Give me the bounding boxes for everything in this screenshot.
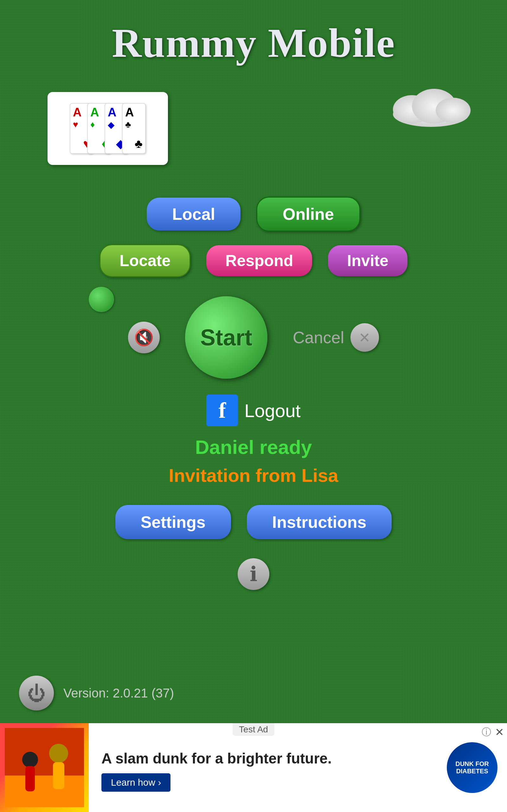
online-button[interactable]: Online [257, 197, 360, 232]
cancel-area: Cancel ✕ [293, 323, 379, 352]
mute-button[interactable]: 🔇 [128, 322, 160, 353]
card-4-suit-center: ♣ [135, 137, 143, 151]
ad-logo-text: DUNK FOR DIABETES [447, 757, 498, 778]
cards-display: A ♥ ♥ A ♦ ♦ A ◆ ◆ A ♣ ♣ [48, 92, 168, 165]
cancel-label: Cancel [293, 328, 344, 347]
svg-rect-9 [53, 762, 64, 789]
power-button[interactable]: ⏻ [19, 676, 54, 711]
respond-button[interactable]: Respond [206, 245, 312, 276]
card-1-letter: A [73, 106, 81, 118]
cancel-button[interactable]: ✕ [350, 323, 379, 352]
ad-learn-more-button[interactable]: Learn how › [101, 773, 170, 792]
facebook-icon: f [206, 395, 238, 426]
ad-content: A slam dunk for a brighter future. Learn… [89, 737, 437, 798]
bottom-area: ⏻ Version: 2.0.21 (37) [19, 676, 174, 711]
svg-rect-7 [25, 766, 35, 792]
locate-button[interactable]: Locate [100, 244, 190, 277]
info-button-area: ℹ [0, 558, 507, 590]
cloud-svg [387, 86, 475, 127]
svg-point-6 [22, 752, 38, 768]
primary-mode-row: Local Online [147, 197, 360, 232]
version-text: Version: 2.0.21 (37) [63, 686, 174, 700]
cards-area: A ♥ ♥ A ♦ ♦ A ◆ ◆ A ♣ ♣ [0, 92, 507, 165]
card-4-letter: A [125, 106, 134, 118]
card-2-suit: ♦ [90, 119, 95, 130]
card-4: A ♣ ♣ [122, 103, 146, 154]
invitation-status: Invitation from Lisa [0, 465, 507, 486]
card-3-suit: ◆ [108, 119, 115, 130]
svg-point-3 [436, 98, 470, 123]
mute-icon: 🔇 [134, 328, 154, 347]
ad-title: A slam dunk for a brighter future. [101, 750, 425, 767]
ad-close-button[interactable]: ✕ [495, 726, 504, 739]
power-icon: ⏻ [27, 682, 46, 704]
ad-logo-area: DUNK FOR DIABETES [437, 736, 507, 799]
svg-point-8 [49, 744, 68, 763]
card-2-letter: A [90, 106, 99, 118]
start-button[interactable]: Start [185, 296, 268, 379]
info-icon: ℹ [250, 562, 257, 586]
svg-rect-5 [5, 775, 84, 807]
ad-photo-svg [5, 728, 84, 807]
card-4-suit: ♣ [125, 119, 131, 130]
settings-button[interactable]: Settings [115, 505, 231, 539]
ad-test-label: Test Ad [233, 723, 274, 736]
cloud-decoration [387, 86, 475, 128]
status-area: Daniel ready Invitation from Lisa [0, 436, 507, 486]
ad-image [0, 723, 89, 812]
instructions-button[interactable]: Instructions [247, 505, 392, 539]
bottom-buttons-row: Settings Instructions [0, 505, 507, 539]
logout-button[interactable]: Logout [244, 400, 300, 421]
fb-logout-area: f Logout [0, 395, 507, 426]
ad-logo: DUNK FOR DIABETES [447, 742, 498, 793]
game-mode-section: Local Online Locate Respond Invite [0, 197, 507, 277]
secondary-mode-row: Locate Respond Invite [100, 244, 407, 277]
app-title: Rummy Mobile [0, 0, 507, 67]
daniel-ready-status: Daniel ready [0, 436, 507, 458]
ad-banner: Test Ad ⓘ ✕ A slam dunk for a brighter f… [0, 723, 507, 812]
invite-button[interactable]: Invite [328, 245, 407, 276]
card-1-suit: ♥ [73, 119, 78, 130]
local-button[interactable]: Local [147, 198, 240, 231]
start-area: 🔇 Start Cancel ✕ [0, 296, 507, 379]
info-button[interactable]: ℹ [238, 558, 269, 590]
ad-info-icon[interactable]: ⓘ [482, 726, 491, 739]
green-dot-decoration [89, 287, 114, 312]
card-3-letter: A [108, 106, 116, 118]
cancel-x-icon: ✕ [359, 329, 371, 346]
